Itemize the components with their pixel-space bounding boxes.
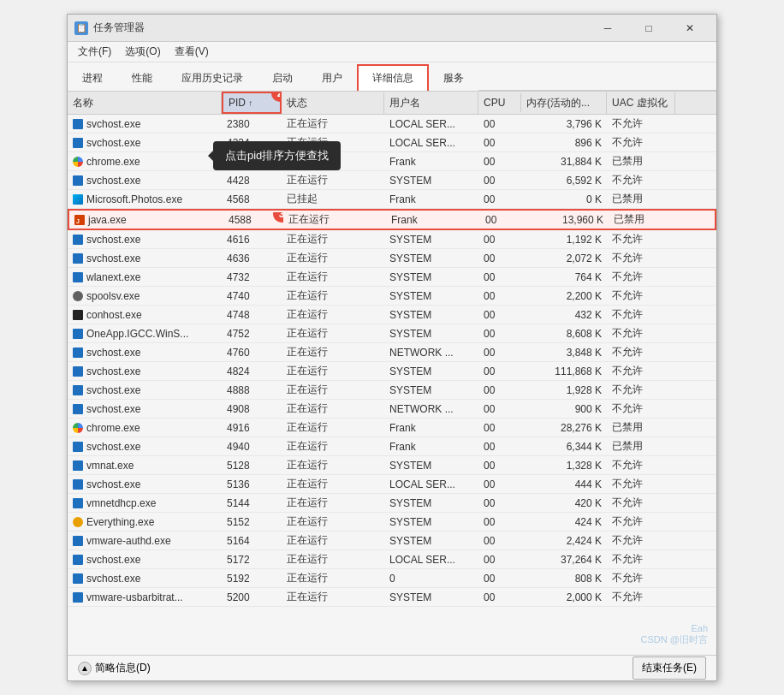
cell-pid: 5172 bbox=[222, 552, 282, 567]
cell-cpu: 00 bbox=[478, 496, 521, 511]
table-row[interactable]: chrome.exe 4352 正在运行 Frank 00 31,884 K 已… bbox=[68, 152, 716, 171]
cell-status: 正在运行 bbox=[282, 532, 384, 549]
table-row-java[interactable]: J java.exe 4588 3 正在运行 Frank 00 13,960 K… bbox=[68, 209, 716, 230]
table-body[interactable]: svchost.exe 2380 正在运行 LOCAL SER... 00 3,… bbox=[68, 115, 716, 655]
table-row[interactable]: Microsoft.Photos.exe 4568 已挂起 Frank 00 0… bbox=[68, 190, 716, 209]
cell-name: svchost.exe bbox=[68, 364, 222, 379]
table-row[interactable]: wlanext.exe 4732 正在运行 SYSTEM 00 764 K 不允… bbox=[68, 268, 716, 287]
table-row[interactable]: svchost.exe 4760 正在运行 NETWORK ... 00 3,8… bbox=[68, 343, 716, 362]
tab-users[interactable]: 用户 bbox=[307, 65, 357, 91]
cell-user: Frank bbox=[384, 439, 478, 454]
cell-user: SYSTEM bbox=[384, 590, 478, 605]
cell-memory: 1,192 K bbox=[521, 232, 607, 247]
cell-user: Frank bbox=[384, 420, 478, 436]
cell-memory: 432 K bbox=[521, 307, 607, 323]
table-row[interactable]: svchost.exe 4824 正在运行 SYSTEM 00 111,868 … bbox=[68, 362, 716, 381]
col-status[interactable]: 状态 bbox=[282, 92, 384, 114]
expand-button[interactable]: ▲ bbox=[78, 662, 92, 675]
cell-memory: 2,424 K bbox=[521, 533, 607, 549]
col-name[interactable]: 名称 bbox=[68, 92, 222, 114]
menu-options[interactable]: 选项(O) bbox=[118, 43, 167, 61]
cell-user: Frank bbox=[386, 212, 480, 228]
cell-name: Microsoft.Photos.exe bbox=[68, 192, 222, 207]
maximize-button[interactable]: □ bbox=[629, 16, 668, 40]
cell-uac: 不允许 bbox=[607, 268, 675, 286]
cell-status: 正在运行 bbox=[282, 343, 384, 361]
col-memory[interactable]: 内存(活动的... bbox=[521, 92, 607, 114]
proc-icon-conhost bbox=[73, 310, 83, 320]
table-row[interactable]: svchost.exe 4636 正在运行 SYSTEM 00 2,072 K … bbox=[68, 249, 716, 268]
table-row[interactable]: vmware-authd.exe 5164 正在运行 SYSTEM 00 2,4… bbox=[68, 532, 716, 550]
cell-memory: 1,928 K bbox=[521, 383, 607, 398]
table-row[interactable]: svchost.exe 5172 正在运行 LOCAL SER... 00 37… bbox=[68, 550, 716, 569]
table-row[interactable]: OneApp.IGCC.WinS... 4752 正在运行 SYSTEM 00 … bbox=[68, 324, 716, 343]
table-row[interactable]: svchost.exe 4616 正在运行 SYSTEM 00 1,192 K … bbox=[68, 230, 716, 249]
cell-name: svchost.exe bbox=[68, 116, 222, 132]
cell-pid: 2380 bbox=[222, 116, 282, 132]
cell-name: svchost.exe bbox=[68, 439, 222, 454]
cell-user: SYSTEM bbox=[384, 270, 478, 285]
cell-uac: 不允许 bbox=[607, 513, 675, 531]
cell-cpu: 00 bbox=[478, 173, 521, 188]
minimize-button[interactable]: ─ bbox=[588, 16, 627, 40]
table-row[interactable]: svchost.exe 5136 正在运行 LOCAL SER... 00 44… bbox=[68, 475, 716, 494]
close-button[interactable]: ✕ bbox=[670, 16, 710, 40]
summary-label[interactable]: 简略信息(D) bbox=[95, 661, 151, 675]
table-row[interactable]: svchost.exe 4940 正在运行 Frank 00 6,344 K 已… bbox=[68, 437, 716, 456]
cell-status: 正在运行 bbox=[282, 550, 384, 568]
table-row[interactable]: svchost.exe 4334 正在运行 LOCAL SER... 00 89… bbox=[68, 134, 716, 152]
cell-pid: 4732 bbox=[222, 270, 282, 285]
cell-status: 正在运行 bbox=[282, 475, 384, 493]
col-cpu[interactable]: CPU bbox=[478, 93, 521, 112]
cell-pid: 4752 bbox=[222, 326, 282, 342]
table-row[interactable]: svchost.exe 4908 正在运行 NETWORK ... 00 900… bbox=[68, 400, 716, 419]
table-row[interactable]: conhost.exe 4748 正在运行 SYSTEM 00 432 K 不允… bbox=[68, 306, 716, 324]
task-manager-window: 📋 任务管理器 ─ □ ✕ 文件(F) 选项(O) 查看(V) 进程 性能 应用… bbox=[67, 14, 717, 681]
cell-user: SYSTEM bbox=[384, 251, 478, 266]
cell-pid: 4888 bbox=[222, 383, 282, 398]
cell-cpu: 00 bbox=[478, 251, 521, 266]
col-username[interactable]: 用户名 bbox=[384, 92, 478, 114]
table-row[interactable]: Everything.exe 5152 正在运行 SYSTEM 00 424 K… bbox=[68, 513, 716, 532]
tab-startup[interactable]: 启动 bbox=[258, 65, 307, 91]
table-row[interactable]: svchost.exe 2380 正在运行 LOCAL SER... 00 3,… bbox=[68, 115, 716, 134]
col-pid[interactable]: PID ↑ 2 bbox=[222, 92, 282, 114]
table-row[interactable]: svchost.exe 4888 正在运行 SYSTEM 00 1,928 K … bbox=[68, 381, 716, 400]
proc-icon-blue bbox=[73, 138, 83, 148]
table-row[interactable]: vmnat.exe 5128 正在运行 SYSTEM 00 1,328 K 不允… bbox=[68, 456, 716, 475]
cell-status: 已挂起 bbox=[282, 190, 384, 208]
cell-uac: 不允许 bbox=[607, 343, 675, 361]
cell-status: 正在运行 bbox=[282, 287, 384, 305]
tab-app-history[interactable]: 应用历史记录 bbox=[167, 65, 258, 91]
tab-performance[interactable]: 性能 bbox=[117, 65, 167, 91]
tab-services[interactable]: 服务 bbox=[429, 65, 478, 91]
table-row[interactable]: vmnetdhcp.exe 5144 正在运行 SYSTEM 00 420 K … bbox=[68, 494, 716, 513]
cell-uac: 不允许 bbox=[607, 324, 675, 342]
proc-icon-search bbox=[73, 517, 83, 527]
table-row[interactable]: chrome.exe 4916 正在运行 Frank 00 28,276 K 已… bbox=[68, 419, 716, 437]
col-uac[interactable]: UAC 虚拟化 bbox=[607, 92, 675, 114]
cell-pid: 4748 bbox=[222, 307, 282, 323]
cell-pid: 5144 bbox=[222, 496, 282, 511]
tab-process[interactable]: 进程 bbox=[68, 65, 117, 91]
cell-name: vmnetdhcp.exe bbox=[68, 496, 222, 511]
table-container: 名称 PID ↑ 2 状态 用户名 CPU 内存(活动的... UAC 虚拟化 … bbox=[68, 92, 716, 655]
menu-file[interactable]: 文件(F) bbox=[71, 43, 118, 61]
proc-icon-chrome bbox=[73, 157, 83, 167]
tab-details[interactable]: 详细信息 bbox=[357, 64, 429, 91]
table-row[interactable]: vmware-usbarbitrat... 5200 正在运行 SYSTEM 0… bbox=[68, 588, 716, 607]
cell-memory: 37,264 K bbox=[521, 552, 607, 567]
table-row[interactable]: svchost.exe 5192 正在运行 0 00 808 K 不允许 bbox=[68, 569, 716, 588]
cell-cpu: 00 bbox=[480, 212, 523, 228]
table-row[interactable]: spoolsv.exe 4740 正在运行 SYSTEM 00 2,200 K … bbox=[68, 287, 716, 306]
cell-cpu: 00 bbox=[478, 571, 521, 586]
cell-status: 正在运行 bbox=[282, 588, 384, 606]
end-task-button[interactable]: 结束任务(E) bbox=[633, 656, 706, 680]
table-row[interactable]: svchost.exe 4428 正在运行 SYSTEM 00 6,592 K … bbox=[68, 171, 716, 190]
menu-view[interactable]: 查看(V) bbox=[168, 43, 216, 61]
cell-uac: 不允许 bbox=[607, 115, 675, 133]
proc-icon-blue bbox=[73, 385, 83, 395]
cell-status: 正在运行 bbox=[282, 381, 384, 399]
proc-icon-blue bbox=[73, 592, 83, 603]
svg-text:J: J bbox=[76, 218, 80, 224]
